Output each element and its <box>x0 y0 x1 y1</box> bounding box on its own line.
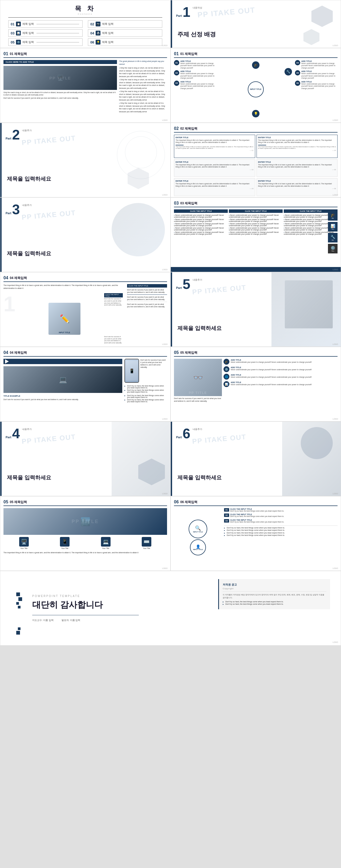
section06-title: 06 제목입력 <box>180 500 198 504</box>
toc-num-05: 05 <box>11 40 14 44</box>
logo-s02r: LOGO <box>333 194 338 196</box>
toc-item-04: 제목 입력 <box>102 31 113 35</box>
toc-num-03: 03 <box>11 31 14 35</box>
part1-title: 주제 선정 배경 <box>177 30 216 38</box>
part5-title: 제목을 입력하세요 <box>177 324 221 332</box>
part5-sub: 내용추가 <box>193 278 202 282</box>
copyright-title: 저작권 공고 <box>223 583 326 587</box>
section02-title: 02 제목입력 <box>180 126 198 131</box>
toc-num-02: 02 <box>90 22 94 26</box>
part2-slide: PP ITAKE OUT Part 2 내용추가 제목을 입력하세요 LOGO <box>0 123 170 197</box>
presenter-label: 발표자: 이름 입력 <box>62 619 80 622</box>
s01-left-body: Only the road is long or short, do not b… <box>3 91 117 100</box>
part2-label: Part <box>6 137 11 140</box>
toc-num-01: 01 <box>11 22 14 26</box>
section01-right-slide: 01 01 제목입력 01 ADD TITLE Never underestim… <box>170 48 341 123</box>
part1-sub: 내용작성 <box>193 6 202 9</box>
section04-alt-left: 04 04 제목입력 💻 TITLE EXAMPLE Don't aim for… <box>0 347 170 422</box>
part2-number: 2 <box>12 128 20 142</box>
thankyou-slide: POWERPOINT TEMPLATE 대단히 감사합니다 지도교수: 이름 입… <box>0 571 341 646</box>
toc-item-06: 제목 입력 <box>102 40 113 44</box>
section05-left-title: 05 제목입력 <box>10 500 27 504</box>
section01-right-title: 01 제목입력 <box>180 52 198 56</box>
toc-item-01: 제목 입력 <box>22 22 34 26</box>
part1-slide: PP ITAKE OUT Part 1 내용작성 주제 선정 배경 LOGO <box>170 0 341 48</box>
toc-item-02: 제목 입력 <box>102 22 113 26</box>
logo-s03r: LOGO <box>333 269 338 271</box>
part2-title: 제목을 입력하세요 <box>7 175 51 182</box>
part6-label: Part <box>176 436 182 439</box>
advisor-label: 지도교수: 이름 입력 <box>32 619 54 622</box>
logo-s04alt: LOGO <box>162 418 168 420</box>
part6-slide: PP ITAKE OUT Part 6 내용추가 제목을 입력하세요 LOGO <box>170 422 341 496</box>
click-title-label: CLICK HERE TO ADD TITLE <box>3 60 117 64</box>
section05-right-slide: 05 05 제목입력 👓 PP TITLE Don't aim for succ… <box>170 347 341 422</box>
section05-title: 05 제목입력 <box>180 350 198 355</box>
toc-subtitle: Contents <box>8 13 162 15</box>
copyright-text: 이 저작물의 저작권은 해당 창작자에게 있으며 창작자의 허락 없이 무단 전… <box>223 593 326 599</box>
part3-label: Part <box>6 212 11 215</box>
part6-watermark: PP ITAKE OUT <box>192 433 247 446</box>
part3-sub: 내용추가 <box>22 204 32 207</box>
part5-label: Part <box>176 286 182 289</box>
part6-number: 6 <box>182 427 190 440</box>
section02-right-slide: 02 02 제목입력 ENTER TITLE The important thi… <box>170 123 341 197</box>
section01-left-slide: 01 01 제목입력 CLICK HERE TO ADD TITLE 🖥️ PP… <box>0 48 170 123</box>
part3-watermark: PP ITAKE OUT <box>21 209 76 222</box>
logo-s01l: LOGO <box>162 119 168 121</box>
toc-item-05: 제목 입력 <box>22 40 34 44</box>
toc-title: 목 차 <box>8 4 162 13</box>
logo-part1: LOGO <box>333 44 338 46</box>
section04-left-title: 04 제목입력 <box>10 276 27 280</box>
part5-number: 5 <box>182 277 190 291</box>
template-label: POWERPOINT TEMPLATE <box>32 595 192 597</box>
logo-part3: LOGO <box>162 269 168 271</box>
section04-alt-title: 04 제목입력 <box>10 350 27 355</box>
logo-part4: LOGO <box>162 493 168 495</box>
logo-s06r: LOGO <box>333 567 338 569</box>
part4-sub: 내용추가 <box>22 428 32 431</box>
part1-watermark: PP ITAKE OUT <box>197 6 255 20</box>
section01-left-title: 01 제목입력 <box>10 52 27 56</box>
section03-right-slide: 03 03 제목입력 CLICK THE INPUT TITLE CLICK T… <box>170 197 341 272</box>
part1-number: 1 <box>182 5 190 19</box>
logo-s01r: LOGO <box>333 119 338 121</box>
part5-slide: PP ITAKE OUT Part 5 내용추가 제목을 입력하세요 LOGO <box>170 272 341 347</box>
part2-sub: 내용추가 <box>22 129 32 132</box>
part2-watermark: PP ITAKE OUT <box>21 134 76 147</box>
logo-s05l: LOGO <box>162 567 168 569</box>
part6-sub: 내용추가 <box>193 428 202 431</box>
section05-left-slide: 05 05 제목입력 🏙️ PP TITLE 🖥️ Your Title 📱 Y… <box>0 496 170 571</box>
toc-num-06: 06 <box>90 40 94 44</box>
part3-number: 3 <box>12 203 20 216</box>
logo-part6: LOGO <box>333 493 338 495</box>
toc-num-04: 04 <box>90 31 94 35</box>
toc-item-03: 제목 입력 <box>22 31 34 35</box>
section04-left-slide: 04 04 제목입력 The important thing in life i… <box>0 272 170 347</box>
section03-title: 03 제목입력 <box>180 201 198 206</box>
part4-label: Part <box>6 436 11 439</box>
logo-s05r: LOGO <box>333 418 338 420</box>
logo-s04l: LOGO <box>162 343 168 345</box>
part5-watermark: PP ITAKE OUT <box>192 283 247 297</box>
logo-toc: LOGO <box>162 44 168 46</box>
logo-thankyou: LOGO <box>333 641 338 643</box>
part4-slide: PP ITAKE OUT Part 4 내용추가 제목을 입력하세요 LOGO <box>0 422 170 496</box>
part1-label: Part <box>176 14 182 17</box>
part4-watermark: PP ITAKE OUT <box>21 433 76 446</box>
section06-right-slide: 06 06 제목입력 🔍 INPUT TITLE 👤 INPUT TITLE <box>170 496 341 571</box>
thankyou-main: 대단히 감사합니다 <box>32 599 192 611</box>
part3-slide: PP ITAKE OUT Part 3 내용추가 제목을 입력하세요 LOGO <box>0 197 170 272</box>
copyright-sub: Copyright <box>223 587 326 590</box>
toc-slide: 목 차 Contents 01 📋 제목 입력 02 📷 제목 입력 <box>0 0 170 48</box>
part4-number: 4 <box>12 427 20 440</box>
part3-title: 제목을 입력하세요 <box>7 250 51 257</box>
part4-title: 제목을 입력하세요 <box>7 474 51 481</box>
logo-part2: LOGO <box>162 194 168 196</box>
part6-title: 제목을 입력하세요 <box>177 474 221 481</box>
logo-part5: LOGO <box>333 343 338 345</box>
